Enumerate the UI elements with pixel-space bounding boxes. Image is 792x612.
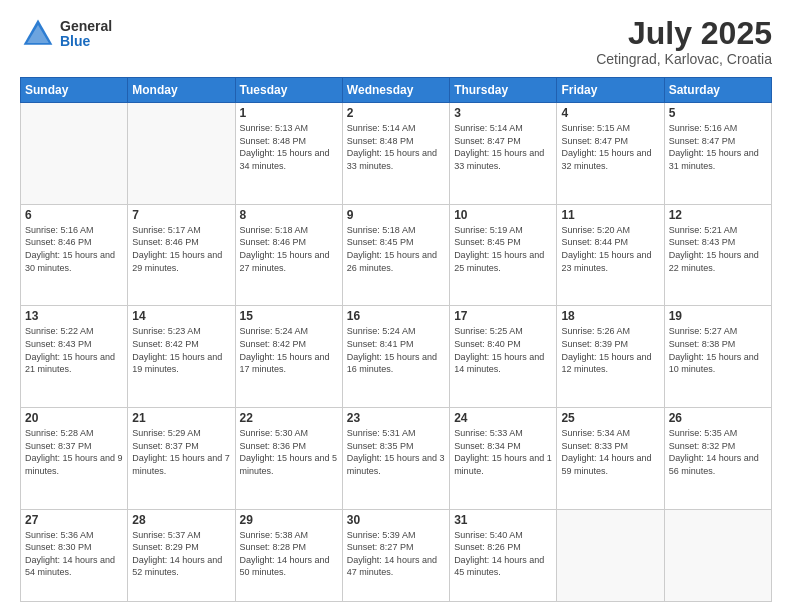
day-number: 28: [132, 513, 230, 527]
day-detail: Sunrise: 5:26 AMSunset: 8:39 PMDaylight:…: [561, 325, 659, 375]
day-detail: Sunrise: 5:30 AMSunset: 8:36 PMDaylight:…: [240, 427, 338, 477]
location: Cetingrad, Karlovac, Croatia: [596, 51, 772, 67]
calendar-cell: 8Sunrise: 5:18 AMSunset: 8:46 PMDaylight…: [235, 204, 342, 306]
logo-general-text: General: [60, 19, 112, 34]
calendar-cell: 15Sunrise: 5:24 AMSunset: 8:42 PMDayligh…: [235, 306, 342, 408]
day-number: 31: [454, 513, 552, 527]
day-detail: Sunrise: 5:29 AMSunset: 8:37 PMDaylight:…: [132, 427, 230, 477]
calendar-cell: 21Sunrise: 5:29 AMSunset: 8:37 PMDayligh…: [128, 408, 235, 510]
calendar-week-row: 27Sunrise: 5:36 AMSunset: 8:30 PMDayligh…: [21, 509, 772, 601]
calendar-cell: 22Sunrise: 5:30 AMSunset: 8:36 PMDayligh…: [235, 408, 342, 510]
day-number: 21: [132, 411, 230, 425]
calendar-cell: 16Sunrise: 5:24 AMSunset: 8:41 PMDayligh…: [342, 306, 449, 408]
calendar-cell: 14Sunrise: 5:23 AMSunset: 8:42 PMDayligh…: [128, 306, 235, 408]
day-detail: Sunrise: 5:13 AMSunset: 8:48 PMDaylight:…: [240, 122, 338, 172]
calendar-cell: [664, 509, 771, 601]
day-number: 6: [25, 208, 123, 222]
logo-blue-text: Blue: [60, 34, 112, 49]
day-number: 1: [240, 106, 338, 120]
day-detail: Sunrise: 5:35 AMSunset: 8:32 PMDaylight:…: [669, 427, 767, 477]
day-detail: Sunrise: 5:25 AMSunset: 8:40 PMDaylight:…: [454, 325, 552, 375]
day-number: 30: [347, 513, 445, 527]
day-detail: Sunrise: 5:18 AMSunset: 8:45 PMDaylight:…: [347, 224, 445, 274]
calendar-cell: 7Sunrise: 5:17 AMSunset: 8:46 PMDaylight…: [128, 204, 235, 306]
calendar-cell: [557, 509, 664, 601]
day-number: 18: [561, 309, 659, 323]
day-detail: Sunrise: 5:15 AMSunset: 8:47 PMDaylight:…: [561, 122, 659, 172]
calendar-cell: 11Sunrise: 5:20 AMSunset: 8:44 PMDayligh…: [557, 204, 664, 306]
weekday-header-saturday: Saturday: [664, 78, 771, 103]
day-detail: Sunrise: 5:28 AMSunset: 8:37 PMDaylight:…: [25, 427, 123, 477]
day-number: 26: [669, 411, 767, 425]
day-number: 19: [669, 309, 767, 323]
calendar-cell: 19Sunrise: 5:27 AMSunset: 8:38 PMDayligh…: [664, 306, 771, 408]
calendar-cell: 13Sunrise: 5:22 AMSunset: 8:43 PMDayligh…: [21, 306, 128, 408]
day-detail: Sunrise: 5:33 AMSunset: 8:34 PMDaylight:…: [454, 427, 552, 477]
calendar-week-row: 20Sunrise: 5:28 AMSunset: 8:37 PMDayligh…: [21, 408, 772, 510]
day-number: 22: [240, 411, 338, 425]
day-detail: Sunrise: 5:16 AMSunset: 8:46 PMDaylight:…: [25, 224, 123, 274]
day-number: 13: [25, 309, 123, 323]
day-number: 9: [347, 208, 445, 222]
day-number: 5: [669, 106, 767, 120]
calendar-week-row: 6Sunrise: 5:16 AMSunset: 8:46 PMDaylight…: [21, 204, 772, 306]
header: General Blue July 2025 Cetingrad, Karlov…: [20, 16, 772, 67]
day-number: 7: [132, 208, 230, 222]
calendar-cell: 29Sunrise: 5:38 AMSunset: 8:28 PMDayligh…: [235, 509, 342, 601]
weekday-header-tuesday: Tuesday: [235, 78, 342, 103]
calendar-cell: 25Sunrise: 5:34 AMSunset: 8:33 PMDayligh…: [557, 408, 664, 510]
calendar-cell: 10Sunrise: 5:19 AMSunset: 8:45 PMDayligh…: [450, 204, 557, 306]
day-number: 2: [347, 106, 445, 120]
day-number: 23: [347, 411, 445, 425]
day-number: 8: [240, 208, 338, 222]
page: General Blue July 2025 Cetingrad, Karlov…: [0, 0, 792, 612]
weekday-header-monday: Monday: [128, 78, 235, 103]
day-number: 29: [240, 513, 338, 527]
day-number: 10: [454, 208, 552, 222]
day-detail: Sunrise: 5:39 AMSunset: 8:27 PMDaylight:…: [347, 529, 445, 579]
logo-text: General Blue: [60, 19, 112, 50]
day-detail: Sunrise: 5:37 AMSunset: 8:29 PMDaylight:…: [132, 529, 230, 579]
day-detail: Sunrise: 5:23 AMSunset: 8:42 PMDaylight:…: [132, 325, 230, 375]
weekday-header-sunday: Sunday: [21, 78, 128, 103]
day-detail: Sunrise: 5:14 AMSunset: 8:47 PMDaylight:…: [454, 122, 552, 172]
day-detail: Sunrise: 5:31 AMSunset: 8:35 PMDaylight:…: [347, 427, 445, 477]
calendar-cell: 2Sunrise: 5:14 AMSunset: 8:48 PMDaylight…: [342, 103, 449, 205]
logo: General Blue: [20, 16, 112, 52]
day-number: 15: [240, 309, 338, 323]
calendar-week-row: 1Sunrise: 5:13 AMSunset: 8:48 PMDaylight…: [21, 103, 772, 205]
day-detail: Sunrise: 5:21 AMSunset: 8:43 PMDaylight:…: [669, 224, 767, 274]
calendar-cell: 6Sunrise: 5:16 AMSunset: 8:46 PMDaylight…: [21, 204, 128, 306]
calendar-cell: 1Sunrise: 5:13 AMSunset: 8:48 PMDaylight…: [235, 103, 342, 205]
calendar-cell: 26Sunrise: 5:35 AMSunset: 8:32 PMDayligh…: [664, 408, 771, 510]
day-number: 25: [561, 411, 659, 425]
calendar-cell: 23Sunrise: 5:31 AMSunset: 8:35 PMDayligh…: [342, 408, 449, 510]
day-number: 27: [25, 513, 123, 527]
calendar-cell: 20Sunrise: 5:28 AMSunset: 8:37 PMDayligh…: [21, 408, 128, 510]
weekday-header-thursday: Thursday: [450, 78, 557, 103]
day-detail: Sunrise: 5:16 AMSunset: 8:47 PMDaylight:…: [669, 122, 767, 172]
day-detail: Sunrise: 5:22 AMSunset: 8:43 PMDaylight:…: [25, 325, 123, 375]
day-detail: Sunrise: 5:19 AMSunset: 8:45 PMDaylight:…: [454, 224, 552, 274]
weekday-header-wednesday: Wednesday: [342, 78, 449, 103]
day-detail: Sunrise: 5:20 AMSunset: 8:44 PMDaylight:…: [561, 224, 659, 274]
day-detail: Sunrise: 5:17 AMSunset: 8:46 PMDaylight:…: [132, 224, 230, 274]
day-number: 12: [669, 208, 767, 222]
day-detail: Sunrise: 5:24 AMSunset: 8:41 PMDaylight:…: [347, 325, 445, 375]
calendar-cell: 27Sunrise: 5:36 AMSunset: 8:30 PMDayligh…: [21, 509, 128, 601]
logo-icon: [20, 16, 56, 52]
calendar-cell: 18Sunrise: 5:26 AMSunset: 8:39 PMDayligh…: [557, 306, 664, 408]
calendar-cell: 24Sunrise: 5:33 AMSunset: 8:34 PMDayligh…: [450, 408, 557, 510]
day-number: 14: [132, 309, 230, 323]
day-detail: Sunrise: 5:14 AMSunset: 8:48 PMDaylight:…: [347, 122, 445, 172]
calendar-cell: 9Sunrise: 5:18 AMSunset: 8:45 PMDaylight…: [342, 204, 449, 306]
day-detail: Sunrise: 5:38 AMSunset: 8:28 PMDaylight:…: [240, 529, 338, 579]
calendar-cell: 17Sunrise: 5:25 AMSunset: 8:40 PMDayligh…: [450, 306, 557, 408]
calendar-cell: 5Sunrise: 5:16 AMSunset: 8:47 PMDaylight…: [664, 103, 771, 205]
day-detail: Sunrise: 5:27 AMSunset: 8:38 PMDaylight:…: [669, 325, 767, 375]
calendar-cell: 12Sunrise: 5:21 AMSunset: 8:43 PMDayligh…: [664, 204, 771, 306]
day-number: 17: [454, 309, 552, 323]
calendar-cell: 4Sunrise: 5:15 AMSunset: 8:47 PMDaylight…: [557, 103, 664, 205]
calendar-cell: 31Sunrise: 5:40 AMSunset: 8:26 PMDayligh…: [450, 509, 557, 601]
day-number: 24: [454, 411, 552, 425]
